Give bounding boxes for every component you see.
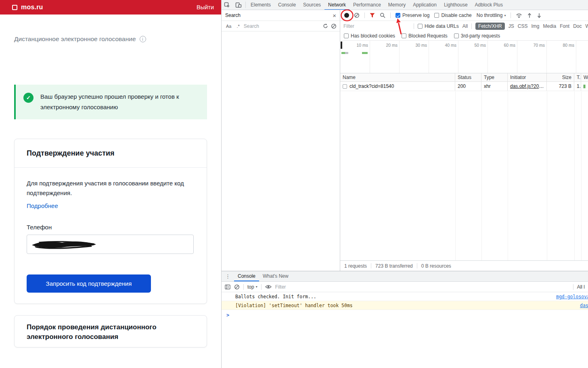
- filter-icon[interactable]: [370, 13, 375, 18]
- type-filter-fetch-xhr[interactable]: Fetch/XHR: [475, 23, 505, 30]
- request-name: cld_track?cid=81540: [349, 83, 394, 89]
- mos-voting-page: mos.ru Выйти Дистанционное электронное г…: [0, 0, 222, 368]
- network-toolbar: Preserve log Disable cache No throttling…: [340, 10, 588, 21]
- network-overview-timeline[interactable]: 10 ms 20 ms 30 ms 40 ms 50 ms 60 ms 70 m…: [340, 41, 588, 73]
- divider: [573, 284, 573, 290]
- phone-input[interactable]: [27, 235, 194, 254]
- mos-logo-icon: [12, 5, 17, 10]
- column-guides: [340, 91, 588, 260]
- more-details-link[interactable]: Подробнее: [27, 202, 58, 209]
- divider: [390, 12, 391, 18]
- has-blocked-cookies-checkbox[interactable]: Has blocked cookies: [344, 33, 395, 39]
- tab-console[interactable]: Console: [274, 0, 299, 10]
- export-har-icon[interactable]: [537, 13, 542, 18]
- drawer-tab-whats-new[interactable]: What's New: [259, 271, 292, 281]
- console-message-text: Ballots checked. Init form...: [235, 294, 316, 299]
- regex-toggle[interactable]: .*: [235, 23, 241, 29]
- gridline: [458, 41, 458, 73]
- column-header-waterfall[interactable]: Wa: [581, 73, 588, 81]
- tab-application[interactable]: Application: [409, 0, 440, 10]
- refresh-icon[interactable]: [323, 23, 328, 29]
- divider: [261, 284, 262, 290]
- search-input[interactable]: [244, 23, 320, 29]
- third-party-requests-checkbox[interactable]: 3rd-party requests: [454, 33, 500, 39]
- disable-cache-checkbox[interactable]: Disable cache: [434, 12, 471, 18]
- tab-adblock-plus[interactable]: Adblock Plus: [471, 0, 506, 10]
- site-logo-text[interactable]: mos.ru: [21, 4, 43, 11]
- console-sidebar-icon[interactable]: [225, 285, 230, 289]
- network-panel: Preserve log Disable cache No throttling…: [340, 10, 588, 271]
- eye-icon[interactable]: [265, 285, 272, 289]
- column-header-name[interactable]: Name: [340, 73, 455, 81]
- type-filter-img[interactable]: Img: [531, 23, 539, 29]
- request-code-button[interactable]: Запросить код подтверждения: [27, 274, 151, 293]
- message-source-link[interactable]: mgd-golosova: [556, 294, 588, 299]
- tab-elements[interactable]: Elements: [247, 0, 274, 10]
- divider: [511, 12, 511, 18]
- request-checkbox[interactable]: [343, 84, 347, 89]
- chevron-down-icon: ▾: [504, 14, 506, 17]
- tick-label: 10 ms: [345, 43, 368, 48]
- network-filter-input[interactable]: [343, 23, 410, 29]
- match-case-toggle[interactable]: Aa: [225, 23, 232, 29]
- message-source-link[interactable]: das: [580, 303, 588, 308]
- throttling-dropdown[interactable]: No throttling ▾: [477, 12, 506, 18]
- tab-sources[interactable]: Sources: [299, 0, 324, 10]
- tab-lighthouse[interactable]: Lighthouse: [440, 0, 471, 10]
- column-header-type[interactable]: Type: [481, 73, 508, 81]
- transferred-size: 723 B transferred: [371, 263, 417, 269]
- device-toolbar-icon[interactable]: [233, 2, 244, 8]
- has-blocked-cookies-label: Has blocked cookies: [351, 33, 395, 39]
- type-filter-js[interactable]: JS: [508, 23, 514, 29]
- rules-card[interactable]: Порядок проведения дистанционного электр…: [14, 315, 207, 347]
- type-filter-all[interactable]: All: [462, 23, 468, 29]
- type-filter-ws[interactable]: WS: [586, 23, 588, 29]
- gridline: [517, 41, 517, 73]
- console-filter-input[interactable]: [275, 284, 569, 290]
- type-filter-css[interactable]: CSS: [518, 23, 528, 29]
- overview-window-handle[interactable]: [341, 42, 342, 49]
- drawer-tab-console[interactable]: Console: [234, 271, 259, 281]
- console-prompt[interactable]: >: [222, 310, 588, 318]
- search-icon[interactable]: [380, 12, 385, 18]
- tab-memory[interactable]: Memory: [385, 0, 409, 10]
- type-filter-media[interactable]: Media: [543, 23, 556, 29]
- column-header-size[interactable]: Size: [547, 73, 574, 81]
- network-options-row: Has blocked cookies Blocked Requests 3rd…: [340, 31, 588, 41]
- network-conditions-icon[interactable]: [516, 13, 522, 18]
- checkbox-box: [418, 24, 423, 29]
- gridline: [546, 41, 547, 73]
- column-header-initiator[interactable]: Initiator: [508, 73, 547, 81]
- tab-performance[interactable]: Performance: [349, 0, 385, 10]
- search-pane-header: Search ×: [222, 10, 340, 21]
- clear-search-icon[interactable]: [331, 23, 337, 29]
- initiator-link[interactable]: das.obf.js?2021...: [510, 83, 544, 89]
- execution-context-dropdown[interactable]: top ▾: [247, 284, 257, 290]
- logout-button[interactable]: Выйти: [197, 4, 214, 10]
- clear-network-log-icon[interactable]: [354, 12, 360, 18]
- overview-waterfall-bar: [345, 52, 348, 54]
- tick-label: 60 ms: [493, 43, 515, 48]
- preserve-log-checkbox[interactable]: Preserve log: [395, 12, 429, 18]
- blocked-requests-checkbox[interactable]: Blocked Requests: [402, 33, 448, 39]
- request-status-cell: 200: [455, 82, 481, 91]
- inspect-element-icon[interactable]: [222, 2, 233, 8]
- hide-data-urls-checkbox[interactable]: Hide data URLs: [418, 23, 459, 29]
- column-header-time[interactable]: T.: [574, 73, 581, 81]
- import-har-icon[interactable]: [527, 13, 532, 18]
- request-row[interactable]: cld_track?cid=81540 200 xhr das.obf.js?2…: [340, 82, 588, 91]
- type-filter-font[interactable]: Font: [560, 23, 569, 29]
- column-header-status[interactable]: Status: [455, 73, 481, 81]
- clear-console-icon[interactable]: [234, 284, 240, 290]
- divider: [245, 2, 246, 8]
- type-filter-doc[interactable]: Doc: [573, 23, 582, 29]
- close-icon[interactable]: ×: [333, 12, 336, 19]
- more-options-icon[interactable]: ⋮: [222, 273, 234, 279]
- console-toolbar: top ▾ All l: [222, 282, 588, 292]
- log-levels-dropdown[interactable]: All l: [577, 284, 585, 290]
- tick-label: 80 ms: [552, 43, 574, 48]
- info-icon[interactable]: i: [140, 36, 146, 42]
- tab-network[interactable]: Network: [324, 0, 349, 10]
- confirmation-description: Для подтверждения участия в голосовании …: [27, 179, 189, 198]
- record-button[interactable]: [344, 13, 349, 18]
